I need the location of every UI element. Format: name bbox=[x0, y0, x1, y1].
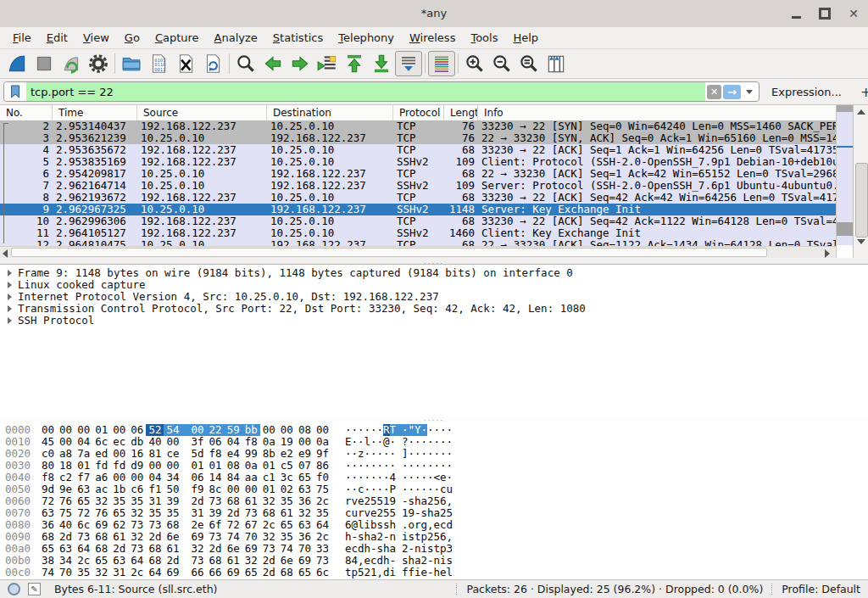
ascii-char[interactable]: a bbox=[434, 507, 441, 519]
ascii-char[interactable]: g bbox=[421, 519, 428, 531]
hex-byte[interactable]: f1 bbox=[146, 483, 164, 495]
ascii-char[interactable]: . bbox=[402, 519, 409, 531]
hex-byte[interactable]: a8 bbox=[57, 448, 75, 460]
ascii-char[interactable]: · bbox=[434, 460, 441, 472]
detail-line[interactable]: SSH Protocol bbox=[0, 315, 868, 327]
hex-byte[interactable]: 72 bbox=[75, 507, 92, 519]
hex-byte[interactable]: 31 bbox=[189, 507, 207, 519]
ascii-char[interactable]: t bbox=[415, 531, 421, 543]
ascii-char[interactable]: · bbox=[440, 424, 447, 436]
column-header-info[interactable]: Info bbox=[478, 105, 853, 120]
hex-byte[interactable]: 7a bbox=[75, 448, 92, 460]
ascii-char[interactable]: · bbox=[434, 436, 441, 448]
ascii-char[interactable]: · bbox=[421, 448, 428, 460]
hex-byte[interactable]: 01 bbox=[75, 460, 92, 472]
hex-byte[interactable]: 33 bbox=[314, 543, 331, 555]
pane-splitter-top[interactable]: ····· bbox=[0, 258, 868, 264]
hex-byte[interactable]: 18 bbox=[57, 460, 75, 472]
ascii-char[interactable]: e bbox=[358, 495, 364, 507]
hex-byte[interactable]: 00 bbox=[182, 424, 207, 436]
save-file-button[interactable]: 010101100011 bbox=[145, 51, 172, 76]
hex-byte[interactable]: 73 bbox=[314, 555, 331, 567]
hex-byte[interactable]: 39 bbox=[164, 495, 181, 507]
hex-byte[interactable]: 00 bbox=[164, 460, 181, 472]
hex-byte[interactable]: 8c bbox=[207, 483, 225, 495]
filter-clear-button[interactable]: ✕ bbox=[707, 85, 721, 99]
packet-row[interactable]: 122.96481047510.25.0.10192.168.122.237TC… bbox=[0, 239, 836, 246]
close-button[interactable]: ✕ bbox=[839, 0, 868, 27]
ascii-char[interactable]: r bbox=[415, 519, 421, 531]
hex-byte[interactable]: 39 bbox=[207, 507, 225, 519]
ascii-char[interactable]: · bbox=[409, 472, 415, 483]
resize-columns-button[interactable] bbox=[542, 51, 570, 76]
scroll-left-arrow[interactable] bbox=[3, 249, 8, 258]
hex-byte[interactable]: 9f bbox=[314, 448, 331, 460]
ascii-char[interactable]: · bbox=[409, 436, 415, 448]
hex-byte[interactable]: 73 bbox=[207, 531, 225, 543]
vscroll-thumb[interactable] bbox=[855, 163, 868, 238]
ascii-char[interactable]: · bbox=[402, 472, 409, 483]
ascii-char[interactable]: n bbox=[415, 543, 421, 555]
ascii-char[interactable]: 5 bbox=[390, 507, 397, 519]
hex-byte[interactable]: f8 bbox=[39, 472, 57, 483]
ascii-char[interactable]: d bbox=[383, 567, 390, 578]
hex-byte[interactable]: db bbox=[128, 436, 146, 448]
ascii-char[interactable]: · bbox=[390, 448, 397, 460]
hex-byte[interactable]: 72 bbox=[39, 495, 57, 507]
ascii-char[interactable]: c bbox=[345, 507, 352, 519]
menu-item-telephony[interactable]: Telephony bbox=[331, 29, 402, 47]
ascii-char[interactable]: h bbox=[383, 543, 390, 555]
ascii-char[interactable]: , bbox=[447, 531, 453, 543]
hex-byte[interactable]: 32 bbox=[189, 543, 207, 555]
hex-byte[interactable]: 04 bbox=[146, 472, 164, 483]
menu-item-analyze[interactable]: Analyze bbox=[207, 29, 265, 47]
hex-byte[interactable]: 67 bbox=[242, 519, 260, 531]
hex-byte[interactable]: 00 bbox=[128, 472, 146, 483]
menu-item-help[interactable]: Help bbox=[505, 29, 546, 47]
hex-byte[interactable]: 2c bbox=[314, 531, 331, 543]
hex-byte[interactable]: 00 bbox=[260, 424, 278, 436]
ascii-char[interactable]: v bbox=[352, 495, 359, 507]
hex-byte[interactable]: 65 bbox=[39, 543, 57, 555]
hex-byte[interactable]: 61 bbox=[278, 507, 296, 519]
ascii-char[interactable]: · bbox=[434, 483, 441, 495]
hex-byte[interactable]: 73 bbox=[189, 555, 207, 567]
ascii-char[interactable]: · bbox=[427, 472, 434, 483]
ascii-char[interactable]: c bbox=[352, 543, 359, 555]
hex-byte[interactable]: 2d bbox=[189, 495, 207, 507]
ascii-char[interactable]: 2 bbox=[377, 531, 384, 543]
hex-byte[interactable]: 63 bbox=[57, 543, 75, 555]
ascii-char[interactable]: · bbox=[358, 460, 364, 472]
hex-byte[interactable]: 76 bbox=[57, 495, 75, 507]
hex-byte[interactable]: 64 bbox=[146, 567, 164, 578]
hex-byte[interactable]: 6c bbox=[75, 519, 92, 531]
packet-row[interactable]: 102.962996306192.168.122.23710.25.0.10TC… bbox=[0, 215, 836, 227]
ascii-char[interactable]: c bbox=[358, 483, 364, 495]
hex-byte[interactable]: 84 bbox=[225, 472, 242, 483]
hex-byte[interactable]: 50 bbox=[164, 483, 181, 495]
hex-byte[interactable]: 63 bbox=[75, 483, 92, 495]
ascii-char[interactable]: e bbox=[440, 472, 447, 483]
column-header-time[interactable]: Time bbox=[53, 105, 137, 120]
ascii-char[interactable]: h bbox=[415, 495, 421, 507]
packet-row[interactable]: 42.953635672192.168.122.23710.25.0.10TCP… bbox=[0, 144, 836, 156]
hex-byte[interactable]: 00 bbox=[110, 448, 128, 460]
ascii-char[interactable]: · bbox=[383, 460, 390, 472]
hex-byte[interactable]: c5 bbox=[278, 460, 296, 472]
menu-item-file[interactable]: File bbox=[5, 29, 39, 47]
hex-byte[interactable]: 00 bbox=[110, 472, 128, 483]
hex-byte[interactable]: 06 bbox=[128, 424, 146, 436]
ascii-char[interactable]: · bbox=[427, 483, 434, 495]
hex-byte[interactable]: 3c bbox=[278, 472, 296, 483]
ascii-char[interactable]: - bbox=[427, 567, 434, 578]
ascii-char[interactable]: , bbox=[447, 495, 453, 507]
ascii-char[interactable]: s bbox=[427, 543, 434, 555]
hex-byte[interactable]: 35 bbox=[314, 507, 331, 519]
hex-byte[interactable]: 00 bbox=[164, 436, 181, 448]
detail-line[interactable]: Internet Protocol Version 4, Src: 10.25.… bbox=[0, 291, 868, 303]
hex-byte[interactable]: 74 bbox=[278, 543, 296, 555]
hex-byte[interactable]: 2d bbox=[260, 555, 278, 567]
ascii-char[interactable]: 4 bbox=[352, 555, 359, 567]
find-packet-button[interactable] bbox=[232, 51, 259, 76]
ascii-char[interactable]: h bbox=[364, 543, 371, 555]
